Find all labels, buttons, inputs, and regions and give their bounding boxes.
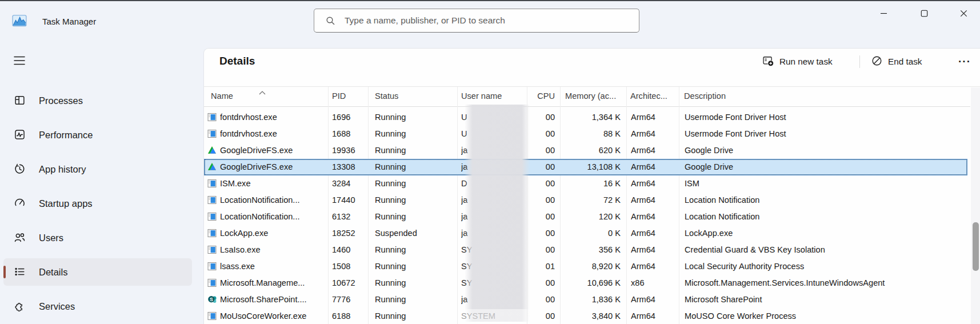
table-row[interactable]: SMicrosoft.SharePoint....7776Runningja00… xyxy=(204,291,967,308)
status-cell: Running xyxy=(375,109,449,126)
close-button[interactable] xyxy=(950,4,977,22)
table-row[interactable]: lsass.exe1508RunningSY018,920 KArm64Loca… xyxy=(204,258,967,275)
status-cell: Running xyxy=(375,258,449,275)
exe-file-icon xyxy=(207,113,217,122)
column-header-user-name[interactable]: User name xyxy=(461,86,524,106)
arch-cell: Arm64 xyxy=(631,225,681,242)
sidebar-item-processes[interactable]: Processes xyxy=(3,87,192,114)
table-row[interactable]: GoogleDriveFS.exe19936Runningja00620 KAr… xyxy=(204,142,967,159)
status-cell: Suspended xyxy=(375,225,449,242)
selected-accent-bar xyxy=(3,266,6,278)
search-input[interactable] xyxy=(343,15,639,26)
description-cell: Usermode Font Driver Host xyxy=(685,126,966,142)
maximize-button[interactable] xyxy=(911,4,937,22)
status-cell: Running xyxy=(375,175,449,192)
name-cell: fontdrvhost.exe xyxy=(220,109,327,126)
sidebar-item-startup-apps[interactable]: Startup apps xyxy=(3,190,192,217)
description-cell: Google Drive xyxy=(685,159,966,175)
exe-file-icon xyxy=(207,195,217,205)
table-row[interactable]: ISM.exe3284RunningD0016 KArm64ISM xyxy=(204,175,967,192)
sidebar-item-services[interactable]: Services xyxy=(3,293,192,320)
memory-cell: 1,364 K xyxy=(561,109,621,126)
memory-cell: 88 K xyxy=(561,126,621,142)
description-cell: Google Drive xyxy=(685,142,966,159)
end-task-icon xyxy=(871,55,882,69)
sidebar-item-label: Startup apps xyxy=(39,190,93,217)
memory-cell: 1,836 K xyxy=(561,291,621,308)
table-row[interactable]: LsaIso.exe1460RunningSY00356 KArm64Crede… xyxy=(204,242,967,258)
table-row[interactable]: LockApp.exe18252Suspendedja000 KArm64Loc… xyxy=(204,225,967,242)
arch-cell: Arm64 xyxy=(631,109,681,126)
pid-cell: 6132 xyxy=(332,209,372,225)
main-panel: Details Run new task End xyxy=(203,48,980,324)
more-options-icon: ··· xyxy=(958,55,971,68)
pid-cell: 1696 xyxy=(332,109,372,126)
arch-cell: Arm64 xyxy=(631,159,681,175)
sidebar-item-label: Performance xyxy=(39,121,93,149)
more-options-button[interactable]: ··· xyxy=(954,52,975,71)
sidebar-item-performance[interactable]: Performance xyxy=(3,121,192,149)
column-header-status[interactable]: Status xyxy=(375,86,443,106)
scrollbar-thumb[interactable] xyxy=(973,222,979,271)
table-row[interactable]: Microsoft.Manageme...10672RunningSY0010,… xyxy=(204,275,967,291)
exe-file-icon xyxy=(207,262,217,271)
titlebar[interactable]: Task Manager xyxy=(0,1,980,40)
name-cell: ISM.exe xyxy=(220,175,327,192)
name-cell: LsaIso.exe xyxy=(220,242,327,258)
table-row[interactable]: GoogleDriveFS.exe13308Runningja0013,108 … xyxy=(204,159,967,175)
sidebar-item-details[interactable]: Details xyxy=(3,258,192,286)
end-task-label: End task xyxy=(888,57,922,67)
table-row[interactable]: LocationNotification...17440Runningja007… xyxy=(204,192,967,209)
name-cell: Microsoft.Manageme... xyxy=(220,275,327,291)
memory-cell: 620 K xyxy=(561,142,621,159)
run-new-task-label: Run new task xyxy=(779,57,833,67)
status-cell: Running xyxy=(375,291,449,308)
arch-cell: Arm64 xyxy=(631,192,681,209)
description-cell: Location Notification xyxy=(685,209,966,225)
memory-cell: 8,920 K xyxy=(561,258,621,275)
sidebar-item-label: Services xyxy=(39,293,75,320)
pid-cell: 1688 xyxy=(332,126,372,142)
google-drive-icon xyxy=(207,146,217,155)
name-cell: Microsoft.SharePoint.... xyxy=(220,291,327,308)
description-cell: Credential Guard & VBS Key Isolation xyxy=(685,242,966,258)
pid-cell: 17440 xyxy=(332,192,372,209)
table-row[interactable]: MoUsoCoreWorker.exe6188RunningSYSTEM003,… xyxy=(204,308,967,324)
exe-file-icon xyxy=(207,179,217,188)
vertical-scrollbar[interactable] xyxy=(971,87,980,324)
hamburger-icon xyxy=(14,56,25,65)
run-new-task-icon xyxy=(763,55,774,69)
pid-cell: 1508 xyxy=(332,258,372,275)
table-row[interactable]: fontdrvhost.exe1688RunningU0088 KArm64Us… xyxy=(204,126,967,142)
column-header-memory-ac[interactable]: Memory (ac... xyxy=(565,86,625,106)
arch-cell: Arm64 xyxy=(631,142,681,159)
column-header-description[interactable]: Description xyxy=(684,86,855,106)
hamburger-menu-button[interactable] xyxy=(9,50,30,71)
users-icon xyxy=(14,231,26,243)
sidebar-item-users[interactable]: Users xyxy=(3,224,192,251)
column-header-architec[interactable]: Architec... xyxy=(630,86,677,106)
end-task-button[interactable]: End task xyxy=(867,52,927,71)
sidebar: ProcessesPerformanceApp historyStartup a… xyxy=(0,40,203,324)
arch-cell: Arm64 xyxy=(631,308,681,324)
search-box[interactable] xyxy=(314,9,639,33)
svg-text:S: S xyxy=(210,297,213,302)
name-cell: GoogleDriveFS.exe xyxy=(220,142,327,159)
sidebar-item-label: Users xyxy=(39,224,63,251)
status-cell: Running xyxy=(375,209,449,225)
arch-cell: Arm64 xyxy=(631,258,681,275)
pid-cell: 1460 xyxy=(332,242,372,258)
minimize-button[interactable] xyxy=(870,4,897,22)
table-row[interactable]: LocationNotification...6132Runningja0012… xyxy=(204,209,967,225)
page-title: Details xyxy=(219,55,255,67)
run-new-task-button[interactable]: Run new task xyxy=(758,52,837,71)
column-header-cpu[interactable]: CPU xyxy=(524,86,555,106)
memory-cell: 16 K xyxy=(561,175,621,192)
sidebar-item-app-history[interactable]: App history xyxy=(3,155,192,183)
table-row[interactable]: fontdrvhost.exe1696RunningU001,364 KArm6… xyxy=(204,109,967,126)
google-drive-icon xyxy=(207,162,217,171)
memory-cell: 0 K xyxy=(561,225,621,242)
column-header-name[interactable]: Name xyxy=(211,86,314,106)
minimize-icon xyxy=(879,9,888,18)
column-header-pid[interactable]: PID xyxy=(332,86,366,106)
